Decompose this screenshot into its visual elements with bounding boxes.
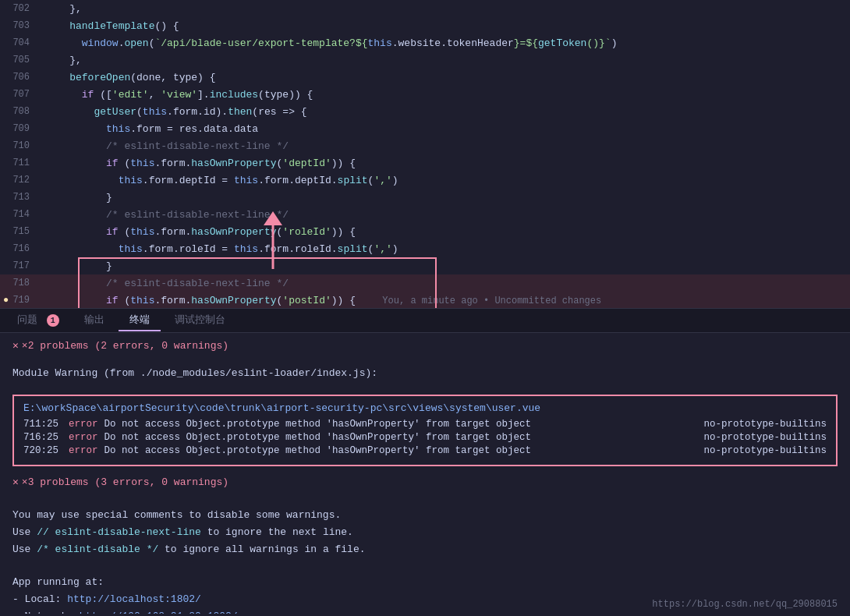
line-number-705: 705: [0, 55, 39, 65]
module-warning: Module Warning (from ./node_modules/esli…: [12, 367, 838, 379]
code-line-715: 715 if (this.form.hasOwnProperty('roleId…: [0, 223, 850, 240]
code-content-712: this.form.deptId = this.form.deptId.spli…: [39, 175, 398, 186]
line-number-712: 712: [0, 175, 39, 186]
code-line-714: 714 /* eslint-disable-next-line */: [0, 206, 850, 223]
code-content-702: },: [39, 3, 82, 15]
error-file-path: E:\workSpace\airportSecurity\code\trunk\…: [23, 402, 827, 414]
error-icon-1: ✕: [12, 339, 19, 352]
line-number-702: 702: [0, 3, 39, 14]
code-content-708: getUser(this.form.id).then(res => {: [39, 106, 307, 118]
error-line-2: 716:25 error Do not access Object.protot…: [23, 432, 827, 443]
tab-problems[interactable]: 问题 1: [6, 310, 70, 332]
code-line-718: 718 /* eslint-disable-next-line */: [0, 274, 850, 292]
code-content-715: if (this.form.hasOwnProperty('roleId')) …: [39, 226, 356, 238]
error-icon-2: ✕: [12, 476, 19, 488]
terminal-area: ✕ ×2 problems (2 errors, 0 warnings) Mod…: [0, 333, 850, 614]
code-content-703: handleTemplate() {: [39, 20, 179, 32]
code-content-704: window.open(`/api/blade-user/export-temp…: [39, 37, 617, 49]
error-line-3: 720:25 error Do not access Object.protot…: [23, 445, 827, 456]
code-line-710: 710 /* eslint-disable-next-line */: [0, 137, 850, 154]
code-content-706: beforeOpen(done, type) {: [39, 72, 216, 83]
code-line-713: 713 }: [0, 189, 850, 206]
error-label-3: error: [69, 445, 98, 456]
hint-line3: Use /* eslint-disable */ to ignore all w…: [12, 541, 838, 558]
hint-line1: You may use special comments to disable …: [12, 507, 838, 524]
line-number-719: 719: [0, 295, 39, 306]
error-msg-3: Do not access Object.prototype method 'h…: [104, 445, 698, 456]
line-number-717: 717: [0, 260, 39, 271]
hint-eslint-kw-2: /* eslint-disable */: [37, 543, 158, 555]
error-line-ref-3: 720:25: [23, 445, 62, 456]
line-number-714: 714: [0, 209, 39, 220]
error-msg-2: Do not access Object.prototype method 'h…: [104, 432, 698, 443]
line-number-709: 709: [0, 123, 39, 134]
code-content-719: if (this.form.hasOwnProperty('postId')) …: [39, 295, 601, 306]
code-content-714: /* eslint-disable-next-line */: [39, 209, 289, 221]
problems-badge: 1: [47, 314, 59, 327]
code-line-719: 719 if (this.form.hasOwnProperty('postId…: [0, 292, 850, 308]
tabs-bar: 问题 1 输出 终端 调试控制台: [0, 308, 850, 333]
code-line-708: 708 getUser(this.form.id).then(res => {: [0, 103, 850, 120]
code-content-716: this.form.roleId = this.form.roleId.spli…: [39, 243, 398, 255]
code-content-710: /* eslint-disable-next-line */: [39, 140, 289, 152]
spacer-3: [12, 497, 838, 507]
tab-output[interactable]: 输出: [73, 310, 115, 331]
code-content-709: this.form = res.data.data: [39, 123, 258, 135]
problems-summary-2: ✕ ×3 problems (3 errors, 0 warnings): [12, 476, 838, 488]
code-content-718: /* eslint-disable-next-line */: [39, 278, 289, 289]
line-number-710: 710: [0, 140, 39, 151]
error-label-2: error: [69, 432, 98, 443]
code-content-707: if (['edit', 'view'].includes(type)) {: [39, 89, 313, 101]
code-editor: 702 }, 703 handleTemplate() { 704 window…: [0, 0, 850, 614]
line-number-711: 711: [0, 158, 39, 168]
tab-terminal[interactable]: 终端: [119, 310, 161, 331]
code-line-711: 711 if (this.form.hasOwnProperty('deptId…: [0, 154, 850, 172]
watermark: https://blog.csdn.net/qq_29088015: [652, 599, 838, 610]
error-line-ref-1: 711:25: [23, 419, 62, 430]
line-number-707: 707: [0, 89, 39, 100]
line-number-718: 718: [0, 278, 39, 289]
spacer-2: [12, 388, 838, 395]
spacer-1: [12, 358, 838, 367]
code-line-707: 707 if (['edit', 'view'].includes(type))…: [0, 86, 850, 103]
code-content-705: },: [39, 55, 82, 66]
app-running-label: App running at:: [12, 574, 838, 591]
network-url: http://192.168.31.80:1802/: [80, 611, 238, 614]
code-line-703: 703 handleTemplate() {: [0, 17, 850, 34]
error-line-1: 711:25 error Do not access Object.protot…: [23, 419, 827, 430]
code-line-709: 709 this.form = res.data.data: [0, 120, 850, 137]
editor-area: 702 }, 703 handleTemplate() { 704 window…: [0, 0, 850, 308]
spacer-4: [12, 568, 838, 574]
error-rule-1: no-prototype-builtins: [703, 419, 827, 430]
hint-eslint-kw-1: // eslint-disable-next-line: [37, 526, 201, 538]
line-number-716: 716: [0, 243, 39, 254]
code-line-702: 702 },: [0, 0, 850, 17]
code-line-704: 704 window.open(`/api/blade-user/export-…: [0, 34, 850, 51]
line-number-703: 703: [0, 20, 39, 31]
code-lines: 702 }, 703 handleTemplate() { 704 window…: [0, 0, 850, 308]
line-number-715: 715: [0, 226, 39, 237]
line-number-708: 708: [0, 106, 39, 117]
hint-line2: Use // eslint-disable-next-line to ignor…: [12, 524, 838, 541]
local-url: http://localhost:1802/: [67, 593, 201, 605]
code-line-706: 706 beforeOpen(done, type) {: [0, 69, 850, 86]
error-rule-3: no-prototype-builtins: [703, 445, 827, 456]
code-line-705: 705 },: [0, 51, 850, 69]
code-line-716: 716 this.form.roleId = this.form.roleId.…: [0, 240, 850, 257]
tab-debug-console[interactable]: 调试控制台: [164, 310, 236, 331]
line-number-704: 704: [0, 37, 39, 48]
code-line-712: 712 this.form.deptId = this.form.deptId.…: [0, 172, 850, 189]
hint-text: You may use special comments to disable …: [12, 507, 838, 558]
error-rule-2: no-prototype-builtins: [703, 432, 827, 443]
code-line-717: 717 }: [0, 257, 850, 274]
error-summary-1: ✕ ×2 problems (2 errors, 0 warnings): [12, 339, 838, 352]
error-file-box: E:\workSpace\airportSecurity\code\trunk\…: [12, 395, 838, 466]
error-label-1: error: [69, 419, 98, 430]
line-number-706: 706: [0, 72, 39, 83]
error-line-ref-2: 716:25: [23, 432, 62, 443]
code-content-713: }: [39, 192, 112, 204]
error-msg-1: Do not access Object.prototype method 'h…: [104, 419, 698, 430]
line-number-713: 713: [0, 192, 39, 203]
code-content-717: }: [39, 260, 112, 272]
code-content-711: if (this.form.hasOwnProperty('deptId')) …: [39, 158, 356, 169]
